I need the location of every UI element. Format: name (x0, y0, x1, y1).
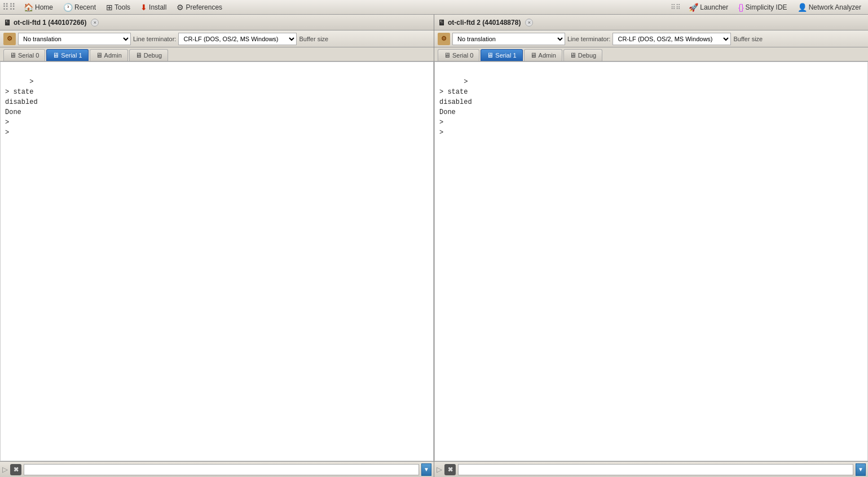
panel-1-input-arrow[interactable]: ▼ (421, 463, 431, 476)
panel-1-buffer-label: Buffer size (299, 36, 328, 42)
panel-2-translation-select-group: No translation (452, 33, 565, 45)
panel-1-line-term-select-group: CR-LF (DOS, OS/2, MS Windows) (178, 33, 297, 45)
menu-recent-label: Recent (74, 3, 96, 11)
panel-2-input-field[interactable] (458, 464, 853, 475)
menu-launcher-label: Launcher (700, 3, 728, 11)
right-grip-icon: ⠿⠿ (671, 3, 681, 11)
panel-1-titlebar: 🖥 ot-cli-ftd 1 (440107266) × (0, 15, 434, 30)
panel-1-line-term-label: Line terminator: (133, 36, 176, 42)
menu-network-analyzer[interactable]: 👤 Network Analyzer (793, 2, 866, 13)
panel-2-tab-serial0-icon: 🖥 (444, 51, 451, 59)
panel-1-tab-serial0-icon: 🖥 (10, 51, 16, 59)
panel-1-tab-serial0[interactable]: 🖥 Serial 0 (3, 49, 45, 61)
panel-1-title: 🖥 ot-cli-ftd 1 (440107266) (3, 18, 86, 27)
panel-2-translation-icon: ⚙ (438, 33, 450, 45)
panel-1-cmd-icon: ⌘ (10, 464, 21, 475)
menu-home[interactable]: 🏠 Home (19, 2, 58, 13)
panel-2-tab-serial0[interactable]: 🖥 Serial 0 (438, 49, 479, 61)
menu-network-analyzer-label: Network Analyzer (809, 3, 861, 11)
tools-icon: ⊞ (106, 3, 113, 12)
simplicity-icon: {} (738, 3, 743, 12)
panel-1-tab-admin-label: Admin (104, 52, 122, 59)
panel-1-close-button[interactable]: × (91, 19, 99, 27)
panel-1-tab-debug-icon: 🖥 (135, 51, 142, 59)
panel-1-terminal: > > state disabled Done > > (0, 62, 434, 461)
panel-1-translation-select[interactable]: No translation (18, 33, 131, 45)
panel-2-tab-debug-label: Debug (578, 52, 596, 59)
panel-2-close-button[interactable]: × (525, 19, 533, 27)
panel-1-tab-serial1[interactable]: 🖥 Serial 1 (46, 49, 88, 61)
panel-2-device-icon: 🖥 (438, 18, 446, 27)
menu-simplicity-ide[interactable]: {} Simplicity IDE (734, 2, 791, 13)
panel-2-tab-serial1-icon: 🖥 (487, 51, 494, 59)
menubar-right: ⠿⠿ 🚀 Launcher {} Simplicity IDE 👤 Networ… (671, 2, 866, 13)
menu-tools-label: Tools (114, 3, 130, 11)
panel-2-tab-serial1[interactable]: 🖥 Serial 1 (481, 49, 522, 61)
panel-1-input-prompt-icon: ▷ (2, 465, 8, 474)
panel-2-titlebar: 🖥 ot-cli-ftd 2 (440148878) × (434, 15, 868, 30)
panel-1-translation-icon: ⚙ (3, 33, 16, 45)
panel-1: 🖥 ot-cli-ftd 1 (440107266) × ⚙ No transl… (0, 15, 434, 477)
panel-2-cmd-icon: ⌘ (444, 464, 456, 475)
menu-preferences[interactable]: ⚙ Preferences (172, 2, 227, 13)
panel-1-device-icon: 🖥 (3, 18, 11, 27)
panel-1-terminal-content: > > state disabled Done > > (5, 78, 38, 137)
panel-2-tab-serial0-label: Serial 0 (452, 52, 473, 59)
panel-1-tab-serial1-icon: 🖥 (52, 51, 59, 59)
panel-1-tab-serial0-label: Serial 0 (18, 52, 39, 59)
panel-1-tabs-row: 🖥 Serial 0 🖥 Serial 1 🖥 Admin 🖥 Debug (0, 47, 434, 62)
network-analyzer-icon: 👤 (797, 3, 807, 12)
panel-1-tab-debug-label: Debug (144, 52, 162, 59)
panel-1-tab-admin-icon: 🖥 (96, 51, 103, 59)
panel-2-input-arrow[interactable]: ▼ (856, 463, 866, 476)
install-icon: ⬇ (140, 3, 147, 12)
menu-home-label: Home (35, 3, 53, 11)
menu-tools[interactable]: ⊞ Tools (102, 2, 135, 13)
panel-2-terminal: > > state disabled Done > > (434, 62, 868, 461)
panel-1-input-bar: ▷ ⌘ ▼ (0, 461, 434, 477)
panel-2-title: 🖥 ot-cli-ftd 2 (440148878) (438, 18, 521, 27)
panel-2-terminal-content: > > state disabled Done > > (439, 78, 472, 137)
recent-icon: 🕐 (63, 3, 73, 12)
panel-1-input-field[interactable] (24, 464, 419, 475)
panel-2-translation-select[interactable]: No translation (452, 33, 565, 45)
menu-simplicity-label: Simplicity IDE (746, 3, 787, 11)
home-icon: 🏠 (24, 3, 33, 12)
panel-2-buffer-label: Buffer size (733, 36, 763, 42)
panel-2-tab-admin-label: Admin (539, 52, 556, 59)
menu-preferences-label: Preferences (186, 3, 222, 11)
panel-2-title-text: ot-cli-ftd 2 (440148878) (448, 19, 521, 27)
panel-2: 🖥 ot-cli-ftd 2 (440148878) × ⚙ No transl… (434, 15, 868, 477)
preferences-icon: ⚙ (177, 3, 184, 12)
panel-2-toolbar: ⚙ No translation Line terminator: CR-LF … (434, 30, 868, 47)
panel-2-tab-admin[interactable]: 🖥 Admin (524, 49, 562, 61)
menu-install[interactable]: ⬇ Install (136, 2, 171, 13)
panel-1-title-text: ot-cli-ftd 1 (440107266) (14, 19, 86, 27)
launcher-icon: 🚀 (689, 3, 698, 12)
menu-launcher[interactable]: 🚀 Launcher (684, 2, 733, 13)
panel-1-toolbar: ⚙ No translation Line terminator: CR-LF … (0, 30, 434, 47)
panel-2-line-term-select[interactable]: CR-LF (DOS, OS/2, MS Windows) (613, 33, 731, 45)
panel-2-input-prompt-icon: ▷ (437, 465, 442, 474)
panel-1-translation-select-group: No translation (18, 33, 131, 45)
panel-2-line-term-label: Line terminator: (567, 36, 610, 42)
panel-1-tab-debug[interactable]: 🖥 Debug (129, 49, 168, 61)
panel-1-tab-admin[interactable]: 🖥 Admin (90, 49, 128, 61)
panel-2-tab-admin-icon: 🖥 (530, 51, 537, 59)
panel-2-line-term-select-group: CR-LF (DOS, OS/2, MS Windows) (613, 33, 731, 45)
panel-2-input-bar: ▷ ⌘ ▼ (434, 461, 868, 477)
menu-install-label: Install (149, 3, 166, 11)
panel-2-tab-debug-icon: 🖥 (570, 51, 576, 59)
menubar-left: ⠿⠿ 🏠 Home 🕐 Recent ⊞ Tools ⬇ Install ⚙ P… (2, 2, 671, 13)
panel-2-tab-debug[interactable]: 🖥 Debug (563, 49, 602, 61)
main-area: 🖥 ot-cli-ftd 1 (440107266) × ⚙ No transl… (0, 15, 868, 477)
panel-2-tabs-row: 🖥 Serial 0 🖥 Serial 1 🖥 Admin 🖥 Debug (434, 47, 868, 62)
panel-1-tab-serial1-label: Serial 1 (61, 52, 82, 59)
panel-1-line-term-select[interactable]: CR-LF (DOS, OS/2, MS Windows) (178, 33, 297, 45)
menubar: ⠿⠿ 🏠 Home 🕐 Recent ⊞ Tools ⬇ Install ⚙ P… (0, 0, 868, 15)
menu-recent[interactable]: 🕐 Recent (59, 2, 100, 13)
panel-2-tab-serial1-label: Serial 1 (495, 52, 516, 59)
grip-icon: ⠿⠿ (2, 2, 16, 12)
